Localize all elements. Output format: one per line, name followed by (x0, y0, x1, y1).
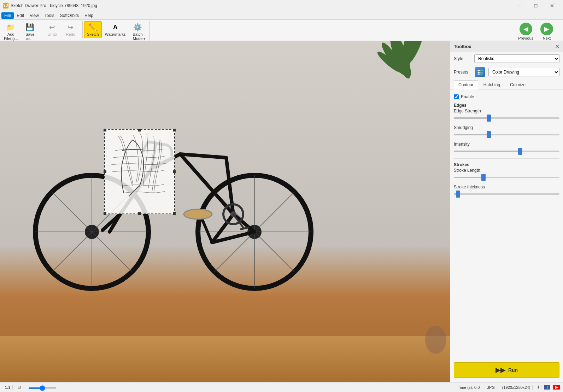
menu-view[interactable]: View (27, 12, 42, 19)
edge-strength-label: Edge Strength (454, 109, 559, 113)
add-files-icon: 📁 (7, 23, 15, 31)
svg-point-38 (478, 70, 480, 71)
edge-strength-group: Edge Strength (454, 109, 559, 122)
sketch-label: Sketch (87, 32, 99, 36)
batch-mode-button[interactable]: ⚙️ BatchMode ▼ (129, 21, 147, 42)
stroke-length-track[interactable] (454, 174, 559, 181)
save-as-label: Saveas... (25, 32, 34, 41)
undo-button[interactable]: ↩ Undo (43, 21, 61, 38)
intensity-group: Intensity (454, 142, 559, 155)
toolbar: 📁 AddFile(s)... 💾 Saveas... ↩ Undo ↪ Red… (0, 20, 563, 41)
batch-dropdown-arrow: ▼ (143, 37, 146, 41)
toolbox-close-button[interactable]: ✕ (555, 43, 559, 50)
watermarks-button[interactable]: A Watermarks (102, 21, 128, 38)
previous-button[interactable]: ◀ Previous (515, 21, 536, 42)
svg-rect-35 (477, 70, 483, 71)
menu-softorbits[interactable]: SoftOrbits (57, 12, 82, 19)
info-icon-item[interactable]: ℹ (535, 385, 541, 390)
tab-colorize[interactable]: Colorize (505, 80, 530, 89)
plant-decoration (372, 41, 422, 112)
zoom-value: 1:1 (5, 385, 10, 390)
intensity-track[interactable] (454, 148, 559, 155)
intensity-label: Intensity (454, 142, 559, 147)
tab-contour[interactable]: Contour (454, 80, 478, 89)
format-value: JPG (487, 385, 494, 390)
svg-rect-36 (477, 72, 483, 73)
undo-label: Undo (48, 32, 57, 36)
stroke-thickness-group: Stroke thickness (454, 185, 559, 198)
style-select[interactable]: Realistic (474, 54, 559, 63)
strokes-section-title: Strokes (454, 161, 559, 168)
navigation-area: ◀ Previous ▶ Next (515, 20, 556, 42)
zoom-slider-input[interactable] (28, 387, 57, 389)
zoom-indicator: 1:1 (3, 385, 13, 390)
file-group: 📁 AddFile(s)... 💾 Saveas... (1, 21, 42, 42)
presets-icon-shape (475, 67, 485, 77)
svg-point-40 (478, 74, 480, 75)
fit-icon-item[interactable]: ⊡ (16, 385, 23, 390)
tabs-row: Contour Hatching Colorize (450, 80, 563, 89)
presets-select[interactable]: Color Drawing (488, 68, 559, 76)
maximize-button[interactable]: □ (528, 0, 544, 11)
enable-checkbox[interactable] (454, 94, 459, 99)
time-item: Time (s): 0.0 (62, 385, 482, 390)
undo-icon: ↩ (48, 23, 57, 31)
previous-label: Previous (518, 36, 533, 40)
smudging-track[interactable] (454, 131, 559, 138)
smudging-rail (454, 134, 559, 135)
style-row: Style Realistic (450, 52, 563, 65)
menu-tools[interactable]: Tools (42, 12, 57, 19)
canvas-background (0, 41, 450, 382)
stroke-thickness-track[interactable] (454, 191, 559, 198)
fit-icon: ⊡ (18, 385, 21, 389)
redo-icon: ↪ (66, 23, 75, 31)
sketch-button[interactable]: ✏️ Sketch (84, 21, 102, 38)
add-files-button[interactable]: 📁 AddFile(s)... (1, 21, 20, 42)
next-button[interactable]: ▶ Next (538, 21, 556, 42)
dimensions-value: (1920x1280x24) (502, 385, 530, 390)
toolbox-header: Toolbox ✕ (450, 41, 563, 52)
close-button[interactable]: ✕ (544, 0, 560, 11)
style-label: Style (454, 56, 471, 61)
stroke-length-label: Stroke Length (454, 168, 559, 173)
svg-line-29 (201, 218, 212, 242)
facebook-icon: f (546, 385, 548, 390)
tab-hatching[interactable]: Hatching (479, 80, 505, 89)
redo-label: Redo (66, 32, 75, 36)
status-bar: 1:1 ⊡ Time (s): 0.0 JPG (1920x1280x24) ℹ… (0, 382, 563, 392)
tools-group: ✏️ Sketch A Watermarks ⚙️ BatchMode ▼ (84, 21, 150, 42)
presets-label: Presets (454, 70, 471, 75)
canvas-area[interactable]: ◀ ▶ (0, 41, 450, 382)
stroke-length-rail (454, 177, 559, 178)
info-icon: ℹ (538, 385, 539, 389)
presets-row: Presets Color Drawing (450, 65, 563, 80)
svg-rect-37 (477, 74, 483, 75)
smudging-label: Smudging (454, 125, 559, 130)
edge-strength-rail (454, 117, 559, 119)
svg-point-39 (478, 72, 480, 73)
menu-help[interactable]: Help (82, 12, 96, 19)
minimize-button[interactable]: ─ (511, 0, 528, 11)
stroke-thickness-label: Stroke thickness (454, 185, 559, 189)
social-facebook[interactable]: f (544, 385, 550, 390)
previous-icon: ◀ (520, 23, 532, 35)
menu-file[interactable]: File (1, 12, 14, 19)
toolbox-panel: Toolbox ✕ Style Realistic Presets (450, 41, 563, 382)
zoom-slider-item[interactable] (26, 385, 59, 390)
dimensions-item: (1920x1280x24) (500, 385, 533, 390)
next-icon: ▶ (540, 23, 553, 35)
edge-strength-track[interactable] (454, 115, 559, 122)
presets-icon (474, 66, 486, 78)
menu-edit[interactable]: Edit (14, 12, 27, 19)
save-icon: 💾 (26, 23, 34, 31)
save-as-button[interactable]: 💾 Saveas... (21, 21, 39, 42)
redo-button[interactable]: ↪ Redo (62, 21, 80, 38)
intensity-rail (454, 151, 559, 152)
watermarks-icon: A (111, 23, 119, 31)
social-youtube[interactable]: ▶ (553, 385, 560, 390)
window-title: Sketch Drawer Pro - bicycle-789648_1920.… (11, 3, 511, 8)
svg-line-17 (180, 154, 226, 158)
run-button[interactable]: ▶▶ Run (454, 362, 559, 378)
enable-label: Enable (461, 94, 474, 99)
app-icon: SD (3, 3, 8, 8)
